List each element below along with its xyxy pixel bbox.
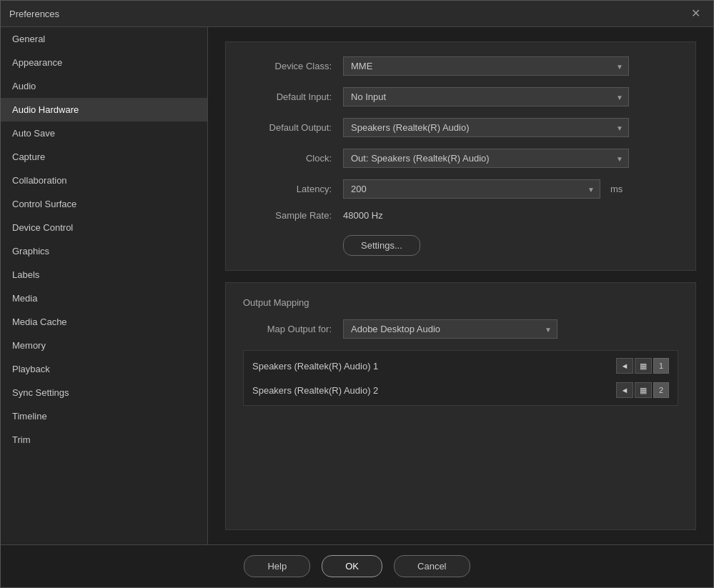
sidebar-item-trim[interactable]: Trim xyxy=(1,428,207,452)
clock-select-wrapper: Out: Speakers (Realtek(R) Audio) xyxy=(343,149,629,168)
cancel-button[interactable]: Cancel xyxy=(394,555,470,577)
output-row-speaker-name: Speakers (Realtek(R) Audio) 1 xyxy=(252,361,378,372)
sidebar-item-audio-hardware[interactable]: Audio Hardware xyxy=(1,98,207,121)
output-speakers-table: Speakers (Realtek(R) Audio) 1◄▦1Speakers… xyxy=(243,350,678,406)
sidebar-item-appearance[interactable]: Appearance xyxy=(1,51,207,74)
latency-select[interactable]: 2001005025 xyxy=(343,179,600,199)
close-button[interactable]: ✕ xyxy=(687,6,705,21)
title-bar: Preferences ✕ xyxy=(1,1,713,27)
device-class-row: Device Class: MMEASIOWDM xyxy=(243,56,678,76)
sidebar-item-audio[interactable]: Audio xyxy=(1,74,207,98)
dialog-footer: Help OK Cancel xyxy=(1,544,713,587)
sidebar-item-labels[interactable]: Labels xyxy=(1,263,207,286)
clock-label: Clock: xyxy=(243,153,343,164)
map-output-select-wrapper: Adobe Desktop Audio xyxy=(343,319,557,339)
preferences-dialog: Preferences ✕ GeneralAppearanceAudioAudi… xyxy=(0,0,714,588)
default-input-select-wrapper: No Input xyxy=(343,87,629,106)
sample-rate-label: Sample Rate: xyxy=(243,210,343,221)
settings-button[interactable]: Settings... xyxy=(343,235,420,256)
latency-label: Latency: xyxy=(243,184,343,194)
channel-number: 1 xyxy=(653,358,669,374)
speaker-icon-button[interactable]: ◄ xyxy=(616,382,633,398)
dialog-body: GeneralAppearanceAudioAudio HardwareAuto… xyxy=(1,27,713,544)
map-output-select[interactable]: Adobe Desktop Audio xyxy=(343,319,557,339)
clock-control: Out: Speakers (Realtek(R) Audio) xyxy=(343,149,629,168)
dialog-title: Preferences xyxy=(9,9,59,19)
latency-control-row: 2001005025 ms xyxy=(343,179,623,199)
sidebar-item-control-surface[interactable]: Control Surface xyxy=(1,192,207,216)
sidebar-item-media-cache[interactable]: Media Cache xyxy=(1,310,207,334)
sidebar-item-media[interactable]: Media xyxy=(1,286,207,310)
sidebar-item-memory[interactable]: Memory xyxy=(1,334,207,357)
sidebar-item-sync-settings[interactable]: Sync Settings xyxy=(1,381,207,404)
default-input-row: Default Input: No Input xyxy=(243,87,678,106)
output-row: Speakers (Realtek(R) Audio) 1◄▦1 xyxy=(244,354,678,378)
latency-select-wrapper: 2001005025 xyxy=(343,179,600,199)
route-icon-button[interactable]: ▦ xyxy=(635,382,652,398)
sample-rate-value: 48000 Hz xyxy=(343,210,383,221)
default-output-row: Default Output: Speakers (Realtek(R) Aud… xyxy=(243,118,678,137)
sidebar-item-playback[interactable]: Playback xyxy=(1,357,207,381)
sidebar-item-collaboration[interactable]: Collaboration xyxy=(1,169,207,192)
sidebar-item-capture[interactable]: Capture xyxy=(1,145,207,169)
default-input-label: Default Input: xyxy=(243,91,343,102)
sidebar-item-device-control[interactable]: Device Control xyxy=(1,216,207,239)
default-output-label: Default Output: xyxy=(243,122,343,133)
sidebar-item-timeline[interactable]: Timeline xyxy=(1,404,207,428)
channel-number: 2 xyxy=(653,382,669,398)
output-row-speaker-name: Speakers (Realtek(R) Audio) 2 xyxy=(252,385,378,396)
device-class-select[interactable]: MMEASIOWDM xyxy=(343,56,629,76)
sidebar: GeneralAppearanceAudioAudio HardwareAuto… xyxy=(1,27,208,544)
device-class-select-wrapper: MMEASIOWDM xyxy=(343,56,629,76)
default-output-select[interactable]: Speakers (Realtek(R) Audio) xyxy=(343,118,629,137)
output-mapping-title: Output Mapping xyxy=(243,297,678,308)
output-row-controls: ◄▦1 xyxy=(616,358,669,374)
help-button[interactable]: Help xyxy=(244,555,310,577)
sidebar-item-general[interactable]: General xyxy=(1,27,207,51)
ok-button[interactable]: OK xyxy=(322,555,382,577)
output-row-controls: ◄▦2 xyxy=(616,382,669,398)
default-output-control: Speakers (Realtek(R) Audio) xyxy=(343,118,629,137)
output-row: Speakers (Realtek(R) Audio) 2◄▦2 xyxy=(244,378,678,402)
map-output-row: Map Output for: Adobe Desktop Audio xyxy=(243,319,678,339)
sample-rate-row: Sample Rate: 48000 Hz xyxy=(243,210,678,221)
sidebar-item-graphics[interactable]: Graphics xyxy=(1,239,207,263)
sidebar-item-auto-save[interactable]: Auto Save xyxy=(1,121,207,145)
clock-row: Clock: Out: Speakers (Realtek(R) Audio) xyxy=(243,149,678,168)
device-class-control: MMEASIOWDM xyxy=(343,56,629,76)
map-output-label: Map Output for: xyxy=(243,324,343,334)
default-input-control: No Input xyxy=(343,87,629,106)
content-area: Device Class: MMEASIOWDM Default Input: … xyxy=(208,27,713,544)
device-class-label: Device Class: xyxy=(243,61,343,71)
clock-select[interactable]: Out: Speakers (Realtek(R) Audio) xyxy=(343,149,629,168)
audio-hardware-panel: Device Class: MMEASIOWDM Default Input: … xyxy=(225,41,696,271)
ms-label: ms xyxy=(610,184,623,194)
default-output-select-wrapper: Speakers (Realtek(R) Audio) xyxy=(343,118,629,137)
output-mapping-section: Output Mapping Map Output for: Adobe Des… xyxy=(225,282,696,530)
speaker-icon-button[interactable]: ◄ xyxy=(616,358,633,374)
latency-row: Latency: 2001005025 ms xyxy=(243,179,678,199)
default-input-select[interactable]: No Input xyxy=(343,87,629,106)
route-icon-button[interactable]: ▦ xyxy=(635,358,652,374)
